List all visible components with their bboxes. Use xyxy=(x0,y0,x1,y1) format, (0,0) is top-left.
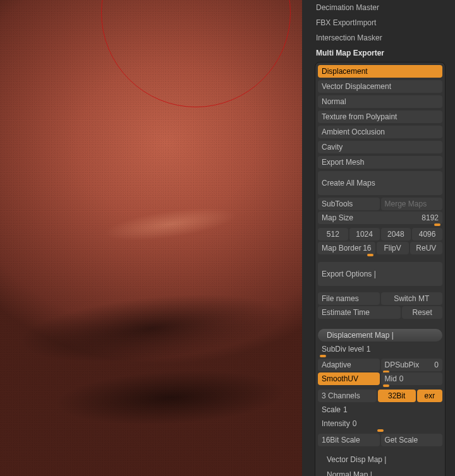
subdiv-label: SubDiv level xyxy=(322,345,364,354)
smoothuv-button[interactable]: SmoothUV xyxy=(318,372,380,385)
map-size-label: Map Size xyxy=(322,213,353,222)
preset-4096[interactable]: 4096 xyxy=(412,228,442,241)
exr-button[interactable]: exr xyxy=(417,390,442,402)
preset-1024[interactable]: 1024 xyxy=(349,228,380,241)
merge-maps-button[interactable]: Merge Maps xyxy=(381,198,443,210)
multi-map-exporter-panel: Displacement Vector Displacement Normal … xyxy=(315,62,446,476)
flipv-button[interactable]: FlipV xyxy=(377,242,409,254)
reuv-button[interactable]: ReUV xyxy=(410,242,442,254)
intensity-label: Intensity xyxy=(322,419,350,428)
toggle-vector-displacement[interactable]: Vector Displacement xyxy=(318,80,442,93)
mid-value: 0 xyxy=(397,374,439,383)
toggle-cavity[interactable]: Cavity xyxy=(318,141,442,153)
dpsubpix-value: 0 xyxy=(434,360,439,369)
scale-value: 1 xyxy=(341,405,439,414)
subtools-button[interactable]: SubTools xyxy=(318,198,380,210)
scale-label: Scale xyxy=(322,405,341,414)
mid-slider[interactable]: Mid 0 xyxy=(381,372,443,385)
menu-intersection-masker[interactable]: Intersection Masker xyxy=(315,30,446,45)
vector-disp-map-header[interactable]: Vector Disp Map | xyxy=(318,453,442,465)
subdiv-value: 1 xyxy=(364,345,439,354)
32bit-button[interactable]: 32Bit xyxy=(378,390,416,402)
toggle-normal[interactable]: Normal xyxy=(318,95,442,108)
map-border-label: Map Border xyxy=(322,244,361,253)
toggle-ambient-occlusion[interactable]: Ambient Occlusion xyxy=(318,126,442,138)
reset-button[interactable]: Reset xyxy=(402,306,442,319)
intensity-slider[interactable]: Intensity 0 xyxy=(318,417,442,430)
brush-cursor xyxy=(101,0,291,107)
3channels-button[interactable]: 3 Channels xyxy=(318,390,377,402)
scale-slider[interactable]: Scale 1 xyxy=(318,403,442,416)
sculpt-viewport[interactable] xyxy=(0,0,302,476)
16bit-scale-button[interactable]: 16Bit Scale xyxy=(318,434,380,446)
intensity-value: 0 xyxy=(350,419,439,428)
adaptive-button[interactable]: Adaptive xyxy=(318,359,380,371)
dpsubpix-slider[interactable]: DPSubPix 0 xyxy=(381,359,443,371)
subdiv-level-slider[interactable]: SubDiv level 1 xyxy=(318,343,442,355)
preset-2048[interactable]: 2048 xyxy=(381,228,411,241)
toggle-export-mesh[interactable]: Export Mesh xyxy=(318,156,442,169)
create-all-maps-button[interactable]: Create All Maps xyxy=(318,171,442,195)
menu-decimation-master[interactable]: Decimation Master xyxy=(315,0,446,15)
export-options-button[interactable]: Export Options | xyxy=(318,262,442,286)
toggle-displacement[interactable]: Displacement xyxy=(318,65,442,78)
displacement-map-header[interactable]: Displacement Map | xyxy=(318,329,442,342)
zplugin-panel: Decimation Master FBX ExportImport Inter… xyxy=(302,0,455,476)
get-scale-button[interactable]: Get Scale xyxy=(381,434,443,446)
switch-mt-button[interactable]: Switch MT xyxy=(381,292,443,305)
map-size-slider[interactable]: Map Size 8192 xyxy=(318,211,442,224)
map-border-value: 16 xyxy=(363,244,371,253)
menu-multi-map-exporter[interactable]: Multi Map Exporter xyxy=(315,45,446,61)
preset-512[interactable]: 512 xyxy=(318,228,348,241)
map-size-value: 8192 xyxy=(422,213,439,222)
mid-label: Mid xyxy=(385,374,397,383)
toggle-texture-polypaint[interactable]: Texture from Polypaint xyxy=(318,110,442,123)
normal-map-header[interactable]: Normal Map | xyxy=(318,468,442,476)
file-names-button[interactable]: File names xyxy=(318,292,380,305)
estimate-time-button[interactable]: Estimate Time xyxy=(318,306,401,319)
menu-fbx-exportimport[interactable]: FBX ExportImport xyxy=(315,15,446,30)
map-border-slider[interactable]: Map Border 16 xyxy=(318,242,375,254)
dpsubpix-label: DPSubPix xyxy=(385,360,420,369)
